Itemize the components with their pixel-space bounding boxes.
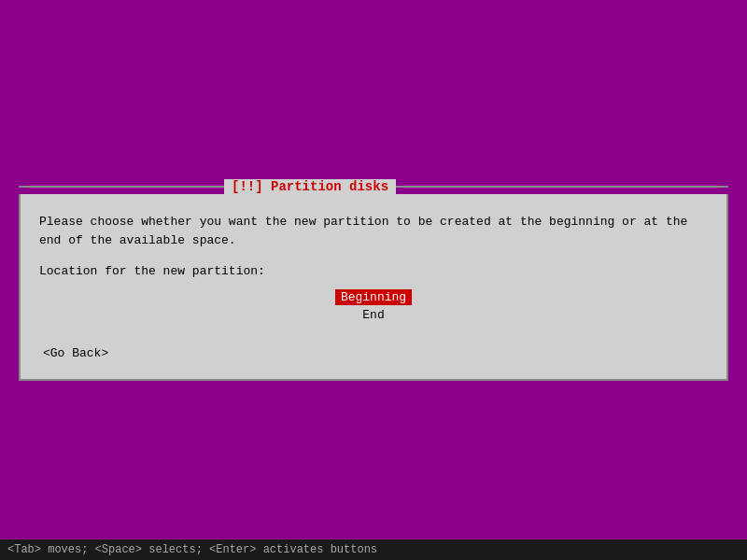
status-bar: <Tab> moves; <Space> selects; <Enter> ac… bbox=[0, 539, 747, 560]
dialog-title: [!!] Partition disks bbox=[224, 179, 396, 194]
button-row: <Go Back> bbox=[39, 342, 708, 365]
option-end[interactable]: End bbox=[357, 307, 389, 323]
description-text: Please choose whether you want the new p… bbox=[39, 213, 708, 249]
partition-location-options: Beginning End bbox=[39, 289, 708, 323]
option-beginning[interactable]: Beginning bbox=[335, 289, 412, 305]
title-border-left bbox=[19, 186, 224, 188]
title-border-right bbox=[396, 186, 728, 188]
go-back-button[interactable]: <Go Back> bbox=[39, 345, 112, 361]
location-label: Location for the new partition: bbox=[39, 264, 708, 278]
dialog-window: [!!] Partition disks Please choose wheth… bbox=[19, 179, 728, 381]
status-bar-text: <Tab> moves; <Space> selects; <Enter> ac… bbox=[7, 543, 377, 556]
